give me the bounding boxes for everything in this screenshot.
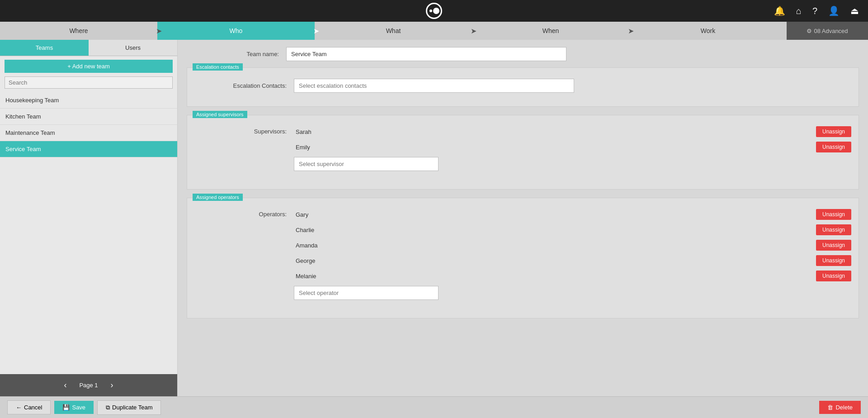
arrow-left-icon: ← [16, 404, 22, 411]
duplicate-button[interactable]: ⧉ Duplicate Team [97, 400, 161, 415]
tab-when[interactable]: When ➤ [472, 22, 629, 40]
unassign-charlie-button[interactable]: Unassign [816, 224, 851, 235]
operator-row-charlie: Charlie Unassign [294, 224, 851, 235]
supervisors-section-title: Assigned supervisors [193, 111, 247, 118]
home-icon[interactable]: ⌂ [796, 6, 802, 16]
escalation-section-title: Escalation contacts [193, 63, 243, 71]
top-nav: 🔔 ⌂ ? 👤 ⏏ [0, 0, 868, 22]
operator-row-melanie: Melanie Unassign [294, 271, 851, 281]
operator-row-george: George Unassign [294, 255, 851, 266]
next-page-button[interactable]: › [107, 379, 117, 392]
supervisors-section: Assigned supervisors Supervisors: Sarah … [187, 115, 859, 190]
supervisors-list: Sarah Unassign Emily Unassign [294, 126, 851, 176]
sidebar-tab-users[interactable]: Users [89, 40, 177, 56]
select-supervisor-input[interactable] [294, 157, 439, 171]
team-list-item-maintenance[interactable]: Maintenance Team [0, 125, 177, 141]
delete-button[interactable]: 🗑 Delete [819, 401, 861, 414]
supervisor-row-emily: Emily Unassign [294, 142, 851, 152]
sidebar: Teams Users + Add new team Housekeeping … [0, 40, 178, 396]
prev-page-button[interactable]: ‹ [60, 379, 70, 392]
tab-work[interactable]: Work [629, 22, 787, 40]
cancel-button[interactable]: ← Cancel [7, 400, 51, 414]
operator-name-charlie: Charlie [294, 227, 816, 233]
help-icon[interactable]: ? [812, 6, 817, 16]
team-name-label: Team name: [187, 51, 286, 57]
escalation-contacts-input[interactable] [294, 79, 574, 93]
unassign-sarah-button[interactable]: Unassign [816, 126, 851, 137]
operator-row-amanda: Amanda Unassign [294, 240, 851, 251]
select-operator-row [294, 286, 851, 300]
escalation-section: Escalation contacts Escalation Contacts: [187, 67, 859, 107]
arrow-icon: ➤ [628, 27, 634, 35]
team-list-item-service[interactable]: Service Team [0, 141, 177, 157]
operators-row: Operators: Gary Unassign Charlie Unassig… [194, 209, 851, 304]
select-operator-input[interactable] [294, 286, 439, 300]
arrow-icon: ➤ [471, 27, 476, 35]
save-button[interactable]: 💾 Save [54, 401, 94, 414]
tab-what[interactable]: What ➤ [315, 22, 472, 40]
operator-name-amanda: Amanda [294, 242, 816, 249]
operators-section: Assigned operators Operators: Gary Unass… [187, 198, 859, 318]
operator-row-gary: Gary Unassign [294, 209, 851, 220]
add-new-team-button[interactable]: + Add new team [5, 60, 173, 73]
supervisors-row: Supervisors: Sarah Unassign Emily Unassi… [194, 126, 851, 176]
save-icon: 💾 [62, 404, 70, 411]
team-list-item-kitchen[interactable]: Kitchen Team [0, 109, 177, 125]
unassign-amanda-button[interactable]: Unassign [816, 240, 851, 251]
team-name-row: Team name: [187, 47, 859, 61]
operator-name-george: George [294, 257, 816, 264]
escalation-contacts-row: Escalation Contacts: [194, 79, 851, 93]
operator-name-gary: Gary [294, 211, 816, 218]
supervisor-name-emily: Emily [294, 144, 816, 151]
operators-label: Operators: [194, 209, 294, 218]
unassign-gary-button[interactable]: Unassign [816, 209, 851, 220]
sidebar-tabs: Teams Users [0, 40, 177, 56]
main-layout: Teams Users + Add new team Housekeeping … [0, 40, 868, 396]
user-icon[interactable]: 👤 [828, 5, 840, 16]
unassign-emily-button[interactable]: Unassign [816, 142, 851, 152]
action-bar: ← Cancel 💾 Save ⧉ Duplicate Team 🗑 Delet… [0, 396, 868, 418]
content-area: Team name: Escalation contacts Escalatio… [178, 40, 868, 396]
exit-icon[interactable]: ⏏ [850, 5, 859, 16]
operators-section-title: Assigned operators [193, 194, 243, 201]
escalation-contacts-label: Escalation Contacts: [194, 82, 294, 89]
unassign-melanie-button[interactable]: Unassign [816, 271, 851, 281]
nav-icons: 🔔 ⌂ ? 👤 ⏏ [774, 5, 859, 16]
select-supervisor-row [294, 157, 851, 171]
operators-list: Gary Unassign Charlie Unassign Amanda Un… [294, 209, 851, 304]
team-list-item-housekeeping[interactable]: Housekeeping Team [0, 92, 177, 109]
arrow-icon: ➤ [313, 27, 319, 35]
arrow-icon: ➤ [156, 27, 162, 35]
app-logo [426, 3, 442, 19]
tab-advanced[interactable]: ⚙ 08 Advanced [787, 22, 868, 40]
team-list: Housekeeping Team Kitchen Team Maintenan… [0, 92, 177, 157]
supervisors-label: Supervisors: [194, 126, 294, 135]
supervisor-row-sarah: Sarah Unassign [294, 126, 851, 137]
supervisor-name-sarah: Sarah [294, 128, 816, 135]
duplicate-icon: ⧉ [106, 404, 110, 411]
page-label: Page 1 [79, 382, 98, 389]
sidebar-footer: ‹ Page 1 › [0, 374, 177, 396]
unassign-george-button[interactable]: Unassign [816, 255, 851, 266]
team-name-input[interactable] [286, 47, 566, 61]
trash-icon: 🗑 [827, 404, 833, 411]
bell-icon[interactable]: 🔔 [774, 5, 785, 16]
tab-who[interactable]: Who ➤ [157, 22, 315, 40]
step-tabs: Where ➤ Who ➤ What ➤ When ➤ Work ⚙ 08 Ad… [0, 22, 868, 40]
operator-name-melanie: Melanie [294, 273, 816, 280]
search-input[interactable] [5, 76, 173, 89]
sidebar-tab-teams[interactable]: Teams [0, 40, 89, 56]
tab-where[interactable]: Where ➤ [0, 22, 157, 40]
